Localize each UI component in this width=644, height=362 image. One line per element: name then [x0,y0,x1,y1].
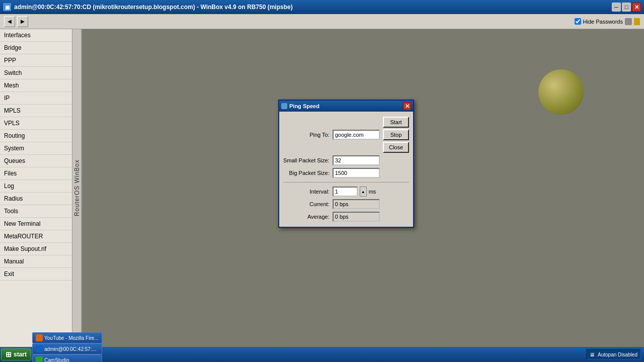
sidebar-item-interfaces[interactable]: Interfaces [0,29,81,42]
sidebar-item-label: New Terminal [4,220,40,227]
sidebar-items: InterfacesBridgePPPSwitchMeshIP▶MPLSVPLS… [0,29,81,281]
sidebar-item-system[interactable]: System▶ [0,142,81,155]
sidebar-item-label: Log [4,183,14,190]
app-icon: ▣ [3,3,11,11]
sidebar-item-label: VPLS [4,120,20,127]
hide-passwords-label: Hide Passwords [583,19,623,25]
minimize-button[interactable]: ─ [612,3,621,12]
forward-button[interactable]: ► [17,16,28,27]
ping-dialog-close-icon[interactable]: ✕ [403,102,411,110]
interval-spin-up[interactable]: ▲ [360,187,367,197]
toolbar: ◄ ► Hide Passwords [0,14,644,29]
back-button[interactable]: ◄ [4,16,15,27]
start-button[interactable]: ⊞ start [1,348,31,360]
interval-row: ▲ ms [333,187,380,197]
title-bar: ▣ admin@00:0C:42:57:70:CD (mikrotikroute… [0,0,644,14]
current-input [333,199,380,209]
stop-button[interactable]: Stop [383,129,409,140]
taskbar-item-label-0: YouTube - Mozilla Fire... [44,335,99,341]
interval-input[interactable] [333,187,358,197]
start-button[interactable]: Start [383,117,409,128]
sidebar-item-label: PPP [4,57,16,64]
current-label: Current: [283,201,330,207]
ping-to-label: Ping To: [283,132,330,138]
interval-label: Interval: [283,189,330,195]
sidebar-item-exit[interactable]: Exit [0,268,81,281]
maximize-button[interactable]: □ [622,3,631,12]
start-icon: ⊞ [6,350,12,358]
sidebar-item-switch[interactable]: Switch [0,67,81,79]
sidebar-item-new-terminal[interactable]: New Terminal [0,218,81,230]
ping-buttons-column: Start Stop Close [383,117,409,153]
sidebar-item-label: MetaROUTER [4,233,43,240]
sidebar-item-label: Mesh [4,82,19,89]
sidebar-item-make-supout.rif[interactable]: Make Supout.rif [0,243,81,255]
sidebar: InterfacesBridgePPPSwitchMeshIP▶MPLSVPLS… [0,29,82,347]
main-area: InterfacesBridgePPPSwitchMeshIP▶MPLSVPLS… [0,29,644,347]
taskbar-item-2[interactable]: CamStudio [32,354,102,362]
system-tray: 🖥 Autopan Disabled [586,349,641,360]
app-icon-glyph: ▣ [5,5,10,10]
sidebar-vertical-text: RouterOS WinBox [72,29,81,347]
sidebar-item-label: Tools [4,208,18,215]
sidebar-item-label: Manual [4,258,24,265]
sidebar-item-label: Exit [4,270,14,278]
sidebar-item-label: Routing [4,132,25,139]
window-controls: ─ □ ✕ [612,3,641,12]
sidebar-item-label: Bridge [4,44,22,51]
decorative-circle [538,69,584,115]
sidebar-item-ip[interactable]: IP▶ [0,92,81,105]
title-bar-text: admin@00:0C:42:57:70:CD (mikrotikrouters… [14,4,293,11]
sidebar-item-mpls[interactable]: MPLS [0,105,81,117]
interval-unit: ms [369,189,376,195]
sidebar-item-label: Switch [4,69,22,76]
sidebar-item-routing[interactable]: Routing▶ [0,130,81,142]
average-label: Average: [283,214,330,220]
sidebar-item-queues[interactable]: Queues [0,155,81,167]
lock-icon [625,18,632,25]
small-packet-input[interactable] [333,155,380,165]
tray-text: Autopan Disabled [598,352,637,357]
taskbar-items: YouTube - Mozilla Fire...admin@00:0C:42:… [32,332,102,362]
big-packet-input[interactable] [333,168,380,178]
sidebar-item-bridge[interactable]: Bridge [0,42,81,54]
ping-speed-dialog: Ping Speed ✕ Ping To: Start Stop Close S… [278,100,414,228]
taskbar-item-0[interactable]: YouTube - Mozilla Fire... [32,332,102,343]
sidebar-item-manual[interactable]: Manual [0,255,81,268]
sidebar-item-label: Interfaces [4,32,31,39]
ping-dialog-icon [281,103,287,109]
lock-icon-2 [634,18,640,25]
sidebar-item-vpls[interactable]: VPLS [0,117,81,130]
content-area: Ping Speed ✕ Ping To: Start Stop Close S… [82,29,644,347]
ping-dialog-body: Ping To: Start Stop Close Small Packet S… [279,112,413,227]
tray-icon: 🖥 [590,352,595,357]
ping-separator [283,182,409,183]
sidebar-item-label: Radius [4,195,23,202]
taskbar-item-icon-0 [36,334,43,341]
sidebar-item-metarouter[interactable]: MetaROUTER [0,230,81,243]
taskbar-item-icon-1 [36,345,43,352]
sidebar-item-log[interactable]: Log [0,180,81,193]
taskbar-right: 🖥 Autopan Disabled [586,349,643,360]
sidebar-item-radius[interactable]: Radius [0,193,81,205]
close-button[interactable]: ✕ [632,3,641,12]
big-packet-label: Big Packet Size: [283,170,330,176]
hide-passwords-checkbox[interactable] [575,18,581,25]
taskbar-item-icon-2 [36,356,43,362]
sidebar-item-ppp[interactable]: PPP [0,54,81,67]
sidebar-item-label: Queues [4,157,25,164]
close-dialog-button[interactable]: Close [383,142,409,153]
sidebar-item-label: IP [4,95,10,102]
sidebar-item-files[interactable]: Files [0,167,81,180]
small-packet-label: Small Packet Size: [283,157,330,163]
ping-to-input[interactable] [333,130,380,140]
ping-dialog-titlebar-left: Ping Speed [281,103,319,109]
taskbar-item-1[interactable]: admin@00:0C:42:57:... [32,343,102,354]
taskbar-item-label-2: CamStudio [44,357,69,363]
sidebar-brand-label: RouterOS WinBox [73,159,80,216]
sidebar-item-mesh[interactable]: Mesh [0,79,81,92]
sidebar-item-label: Files [4,170,17,177]
sidebar-item-tools[interactable]: Tools▶ [0,205,81,218]
start-label: start [14,351,27,358]
sidebar-item-label: MPLS [4,107,21,114]
